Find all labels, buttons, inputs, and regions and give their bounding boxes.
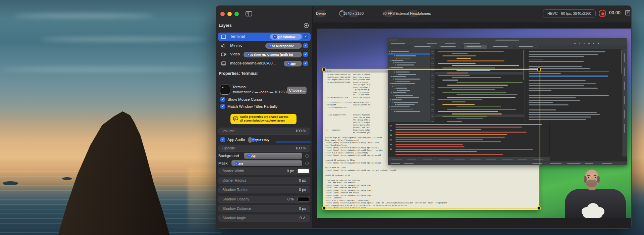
add-layer-button[interactable] [304, 23, 309, 28]
layer-source-dropdown[interactable]: Single Window [270, 34, 302, 40]
opacity-slider[interactable]: Opacity 100 % [218, 145, 310, 152]
ide-tool-window-tabs [622, 49, 627, 156]
pick-position-icon[interactable] [305, 153, 310, 158]
code-line [457, 58, 471, 59]
capture-app-name: Terminal [232, 85, 247, 89]
code-line [529, 56, 584, 57]
layer-row-my-mic[interactable]: My miciMac Microphone✓ [218, 42, 311, 50]
show-mouse-cursor-checkbox[interactable]: ✓ [220, 97, 225, 102]
color-swatch[interactable] [298, 169, 309, 173]
chevron-down-icon [273, 35, 277, 39]
chevron-down-icon [286, 61, 291, 66]
ide-action-icon [579, 43, 580, 44]
selection-handle-top-left[interactable] [322, 67, 326, 72]
volume-label: Volume [222, 129, 235, 133]
zoom-button[interactable] [234, 12, 239, 16]
show-mouse-cursor-row[interactable]: ✓ Show Mouse Cursor [220, 97, 308, 102]
tool-window-tab [624, 96, 625, 104]
selection-handle-bottom-right[interactable] [537, 206, 541, 210]
crop-selection-rect[interactable] [324, 69, 539, 208]
code-line [529, 51, 605, 52]
mask-label: Mask [218, 161, 227, 165]
window-control-dot [390, 39, 391, 41]
adjust-row-shadow-distance[interactable]: Shadow Distance0 px [218, 205, 310, 212]
ide-action-icon [593, 43, 594, 44]
islet [3, 181, 18, 185]
pick-position-icon[interactable] [305, 161, 310, 166]
ide-action-icon [588, 43, 590, 44]
adjust-row-shadow-opacity[interactable]: Shadow Opacity0 % [218, 196, 310, 203]
code-line [442, 55, 476, 56]
terminal-app-icon: >_ [220, 85, 230, 95]
color-swatch[interactable] [298, 197, 309, 201]
line-number [431, 51, 434, 52]
layer-source-dropdown[interactable]: FaceTime HD Camera (Built-in) [244, 52, 302, 57]
background-label: Background [218, 154, 239, 158]
adjust-row-shadow-radius[interactable]: Shadow Radius0 px [218, 186, 310, 193]
match-window-titles-row[interactable]: ✓ Match Window Titles Partially [220, 104, 308, 109]
sidebar-toggle-icon[interactable] [246, 11, 252, 16]
mask-dropdown[interactable]: None [231, 160, 302, 166]
choose-window-button[interactable]: Choose... [287, 87, 307, 94]
audio-device-dropdown[interactable]: External Headphones [409, 10, 418, 17]
tree-item-icon [393, 62, 394, 63]
code-line [427, 43, 437, 44]
chevron-down-icon [247, 154, 251, 158]
webcam-person [559, 170, 632, 218]
app-audio-row[interactable]: ✓ App Audio [220, 137, 247, 142]
close-button[interactable] [220, 12, 225, 16]
code-line [529, 76, 608, 77]
minimize-button[interactable] [227, 12, 232, 16]
code-line [447, 60, 504, 61]
selection-handle-top-right[interactable] [537, 67, 541, 72]
audio-shared-notice: Audio properties are shared across all s… [230, 114, 297, 124]
resolution-dropdown[interactable]: 3840 x 2160 [349, 10, 358, 17]
tool-window-tab [624, 67, 625, 76]
app-audio-slider[interactable] [276, 141, 311, 143]
layer-source-dropdown[interactable]: Image [284, 61, 302, 66]
line-number [431, 68, 434, 68]
layer-name: Terminal [230, 34, 245, 38]
layer-row-macos-sonoma-6016x60-[interactable]: macos-sonoma-6016x60...Image✓ [218, 59, 311, 68]
adjust-row-corner-radius[interactable]: Corner Radius0 px [218, 177, 310, 184]
layer-row-video[interactable]: VideoFaceTime HD Camera (Built-in)✓ [218, 50, 311, 59]
volume-slider[interactable]: Volume 100 % [218, 128, 310, 135]
opacity-label: Opacity [222, 146, 235, 150]
layer-enabled-checkbox[interactable]: ✓ [303, 52, 308, 57]
app-audio-mode-dropdown[interactable]: Output Only [248, 137, 252, 143]
tool-window-tab [624, 110, 625, 119]
recordings-list-icon[interactable] [625, 10, 630, 15]
selection-handle-bottom-left[interactable] [322, 206, 326, 210]
code-line [529, 59, 543, 60]
preset-dropdown[interactable]: Demo [317, 10, 325, 17]
layer-name: My mic [230, 43, 242, 47]
adjust-row-border-width[interactable]: Border Width0 px [218, 168, 310, 175]
show-mouse-cursor-label: Show Mouse Cursor [227, 97, 262, 101]
shirt-cloud-graphic [580, 202, 606, 218]
tree-item-icon [396, 58, 397, 59]
code-line [529, 95, 609, 96]
layer-enabled-checkbox[interactable]: ✓ [303, 61, 308, 66]
tree-item-icon [394, 55, 395, 56]
framerate-dropdown[interactable]: 60 FPS [384, 10, 393, 17]
opacity-value: 100 % [296, 146, 306, 150]
line-number [431, 63, 434, 64]
person-beard [586, 180, 597, 187]
app-audio-checkbox[interactable]: ✓ [220, 137, 225, 142]
canvas: --global-var='VAR=VALUE' Defines a varia… [313, 23, 632, 229]
layer-source-label: FaceTime HD Camera (Built-in) [246, 53, 293, 56]
code-line [438, 63, 476, 64]
status-text [602, 163, 612, 164]
background-dropdown[interactable]: None [244, 153, 302, 159]
tree-item-icon [389, 67, 390, 68]
layer-enabled-checkbox[interactable]: ✓ [303, 43, 308, 48]
layer-source-dropdown[interactable]: iMac Microphone [265, 43, 302, 49]
layer-row-terminal[interactable]: TerminalSingle Window✓ [218, 33, 311, 41]
match-window-titles-checkbox[interactable]: ✓ [220, 104, 225, 109]
adjust-row-shadow-angle[interactable]: Shadow Angle0 ∠ [218, 215, 310, 222]
ide-file-tabs [388, 45, 627, 49]
screen: Layers TerminalSingle Window✓My miciMac … [0, 0, 644, 235]
code-line [438, 51, 504, 52]
layer-enabled-checkbox[interactable]: ✓ [303, 34, 308, 39]
record-button[interactable] [599, 10, 606, 17]
